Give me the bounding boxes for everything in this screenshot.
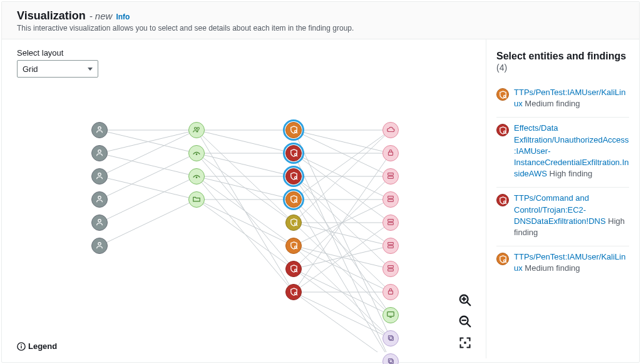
svg-line-39: [294, 246, 391, 269]
finding-icon: [496, 253, 509, 265]
svg-line-72: [296, 178, 297, 179]
graph-node-d6[interactable]: [382, 261, 399, 277]
graph-node-d0[interactable]: [382, 122, 399, 138]
info-link[interactable]: Info: [116, 13, 130, 21]
sidebar-count: (4): [496, 63, 507, 73]
svg-point-66: [196, 176, 198, 178]
svg-line-105: [467, 302, 471, 306]
svg-line-117: [505, 203, 506, 204]
server-icon: [386, 195, 395, 205]
server-icon: [386, 218, 395, 228]
graph-node-a2[interactable]: [91, 168, 108, 185]
graph-node-d1[interactable]: [382, 145, 399, 161]
graph-node-a1[interactable]: [91, 145, 108, 161]
svg-line-43: [294, 269, 391, 338]
copy-icon: [386, 356, 395, 364]
graph-node-d9[interactable]: [382, 330, 399, 346]
svg-rect-111: [464, 341, 466, 343]
svg-rect-84: [388, 173, 394, 176]
graph-node-a5[interactable]: [91, 238, 108, 254]
svg-line-47: [294, 292, 391, 338]
zoom-controls: [457, 292, 473, 351]
zoom-out-button[interactable]: [457, 313, 473, 330]
svg-line-68: [296, 132, 297, 133]
svg-rect-103: [21, 344, 21, 345]
svg-line-53: [294, 176, 391, 315]
graph-node-c0[interactable]: [285, 122, 302, 138]
findings-list: TTPs/PenTest:IAMUser/KaliLinux Medium fi…: [496, 82, 629, 281]
graph-node-b3[interactable]: [188, 191, 205, 208]
svg-point-69: [294, 153, 297, 156]
svg-line-56: [294, 200, 391, 246]
svg-line-20: [197, 153, 294, 269]
graph-node-b1[interactable]: [188, 145, 205, 161]
finding-item: TTPs/PenTest:IAMUser/KaliLinux Medium fi…: [496, 246, 629, 281]
graph-node-c2[interactable]: [285, 168, 302, 185]
graph-node-c6[interactable]: [285, 261, 302, 277]
svg-line-14: [197, 176, 294, 200]
zoom-in-button[interactable]: [457, 292, 473, 308]
group-icon: [192, 125, 201, 135]
graph-node-c5[interactable]: [285, 238, 302, 254]
graph-node-d7[interactable]: [382, 284, 399, 300]
svg-line-38: [294, 223, 391, 315]
svg-line-78: [296, 248, 297, 248]
legend-toggle[interactable]: Legend: [17, 341, 57, 351]
svg-line-70: [296, 155, 297, 156]
svg-line-34: [294, 200, 391, 292]
user-icon: [95, 148, 104, 158]
graph-area[interactable]: Select layout Grid Legend: [2, 39, 486, 358]
user-icon: [95, 218, 104, 228]
svg-line-46: [294, 292, 391, 352]
svg-line-26: [294, 130, 391, 176]
graph-node-d10[interactable]: [382, 353, 399, 364]
graph-node-c7[interactable]: [285, 284, 302, 300]
graph-node-d5[interactable]: [382, 238, 399, 254]
graph-node-d2[interactable]: [382, 168, 399, 185]
legend-label: Legend: [28, 341, 57, 351]
svg-line-10: [197, 130, 294, 153]
graph-node-a0[interactable]: [91, 122, 108, 138]
svg-line-32: [294, 176, 391, 269]
layout-select[interactable]: Grid: [17, 60, 98, 78]
graph-node-a4[interactable]: [91, 215, 108, 231]
svg-point-116: [503, 201, 506, 203]
folder-icon: [192, 195, 201, 205]
svg-line-6: [100, 176, 197, 223]
svg-line-37: [294, 223, 391, 246]
graph-node-a3[interactable]: [91, 191, 108, 208]
chevron-down-icon: [88, 68, 93, 71]
svg-rect-83: [389, 152, 393, 155]
panel-subtitle: This interactive visualization allows yo…: [17, 24, 624, 33]
svg-rect-86: [388, 196, 394, 199]
svg-line-19: [197, 200, 294, 246]
svg-rect-94: [389, 291, 393, 294]
fit-screen-button[interactable]: [457, 335, 473, 351]
svg-line-109: [467, 323, 471, 327]
user-icon: [95, 195, 104, 205]
graph-node-d4[interactable]: [382, 215, 399, 231]
svg-line-29: [294, 153, 391, 223]
graph-node-d3[interactable]: [382, 191, 399, 208]
svg-line-23: [197, 130, 294, 292]
svg-line-40: [294, 246, 391, 292]
svg-point-75: [294, 223, 297, 225]
graph-node-c3[interactable]: [285, 191, 302, 208]
graph-node-b0[interactable]: [188, 122, 205, 138]
svg-line-22: [197, 176, 294, 292]
graph-node-c1[interactable]: [285, 145, 302, 161]
graph-node-c4[interactable]: [285, 215, 302, 231]
finding-link[interactable]: TTPs/Command and Control/Trojan:EC2-DNSD…: [514, 193, 606, 225]
finding-item: TTPs/Command and Control/Trojan:EC2-DNSD…: [496, 188, 629, 246]
svg-point-73: [294, 200, 297, 202]
svg-line-8: [100, 200, 197, 246]
svg-line-50: [294, 153, 391, 292]
lock-icon: [386, 148, 395, 158]
svg-point-71: [294, 176, 297, 179]
zoom-in-icon: [458, 293, 472, 307]
svg-point-118: [503, 260, 506, 262]
graph-node-d8[interactable]: [382, 307, 399, 323]
zoom-out-icon: [458, 315, 472, 328]
svg-point-58: [98, 150, 101, 153]
graph-node-b2[interactable]: [188, 168, 205, 185]
